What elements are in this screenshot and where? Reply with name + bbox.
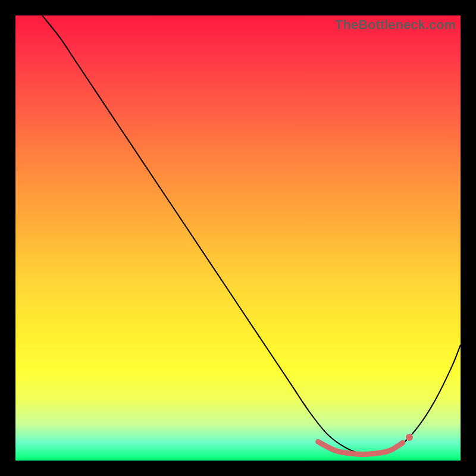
chart-plot-area: TheBottleneck.com — [15, 15, 461, 461]
optimal-end-dot-icon — [406, 434, 413, 441]
optimal-range-marker — [318, 442, 403, 455]
chart-svg — [15, 15, 461, 461]
bottleneck-curve-line — [42, 15, 461, 455]
